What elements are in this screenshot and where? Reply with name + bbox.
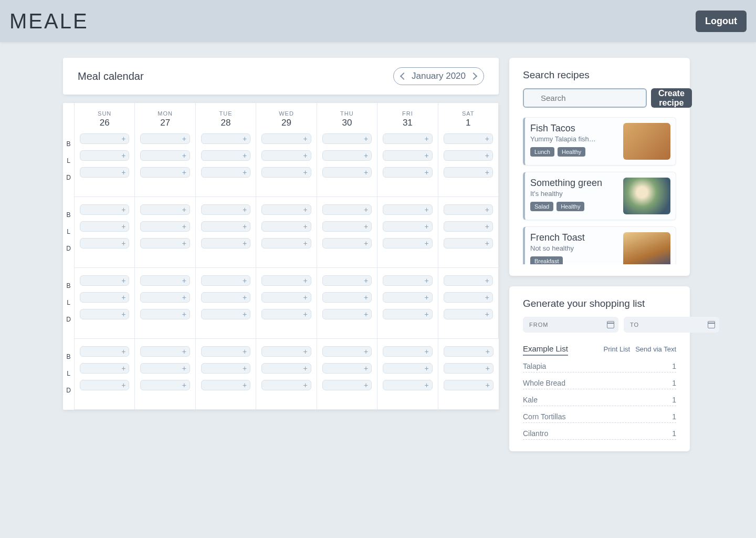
meal-slot[interactable]: +	[201, 292, 250, 303]
meal-slot[interactable]: +	[80, 363, 129, 374]
meal-slot[interactable]: +	[322, 133, 372, 144]
meal-slot[interactable]: +	[140, 275, 190, 286]
meal-slot[interactable]: +	[322, 363, 372, 374]
meal-slot[interactable]: +	[322, 380, 372, 390]
meal-slot[interactable]: +	[80, 238, 129, 249]
meal-slot[interactable]: +	[201, 275, 250, 286]
meal-slot[interactable]: +	[261, 309, 311, 319]
meal-slot[interactable]: +	[80, 346, 129, 357]
meal-slot[interactable]: +	[261, 275, 311, 286]
meal-slot[interactable]: +	[261, 238, 311, 249]
meal-slot[interactable]: +	[140, 238, 190, 249]
to-date-input[interactable]	[624, 317, 719, 333]
meal-slot[interactable]: +	[383, 150, 432, 161]
meal-slot[interactable]: +	[261, 204, 311, 215]
meal-slot[interactable]: +	[444, 363, 494, 374]
meal-slot[interactable]: +	[80, 150, 129, 161]
meal-slot[interactable]: +	[261, 363, 311, 374]
meal-slot[interactable]: +	[80, 167, 129, 178]
meal-slot[interactable]: +	[140, 309, 190, 319]
meal-slot[interactable]: +	[140, 204, 190, 215]
meal-slot[interactable]: +	[322, 309, 372, 319]
meal-slot[interactable]: +	[201, 380, 250, 390]
meal-slot[interactable]: +	[140, 292, 190, 303]
meal-slot[interactable]: +	[80, 380, 129, 390]
meal-slot[interactable]: +	[444, 221, 493, 232]
meal-slot[interactable]: +	[444, 380, 494, 390]
meal-slot[interactable]: +	[322, 167, 372, 178]
meal-slot[interactable]: +	[261, 346, 311, 357]
meal-slot[interactable]: +	[261, 150, 311, 161]
meal-slot[interactable]: +	[444, 133, 493, 144]
meal-slot[interactable]: +	[80, 221, 129, 232]
create-recipe-button[interactable]: Create recipe	[651, 88, 692, 108]
meal-slot[interactable]: +	[383, 363, 432, 374]
calendar-icon[interactable]	[708, 321, 715, 328]
meal-slot[interactable]: +	[383, 167, 432, 178]
meal-slot[interactable]: +	[383, 292, 432, 303]
recipe-card[interactable]: Fish TacosYummy Talapia fish…LunchHealth…	[523, 117, 676, 165]
meal-slot[interactable]: +	[444, 238, 493, 249]
meal-slot[interactable]: +	[322, 346, 372, 357]
meal-slot[interactable]: +	[383, 221, 432, 232]
meal-slot[interactable]: +	[383, 309, 432, 319]
meal-slot[interactable]: +	[322, 275, 372, 286]
meal-slot[interactable]: +	[80, 275, 129, 286]
chevron-right-icon[interactable]	[470, 73, 477, 80]
meal-slot[interactable]: +	[80, 292, 129, 303]
meal-slot[interactable]: +	[383, 133, 432, 144]
search-input[interactable]	[523, 88, 647, 108]
meal-slot[interactable]: +	[444, 275, 493, 286]
meal-slot[interactable]: +	[140, 380, 190, 390]
calendar-icon[interactable]	[607, 321, 614, 328]
meal-slot[interactable]: +	[444, 309, 493, 319]
meal-slot[interactable]: +	[140, 221, 190, 232]
meal-slot[interactable]: +	[261, 221, 311, 232]
recipe-card[interactable]: French ToastNot so healthyBreakfast	[523, 226, 676, 264]
meal-slot[interactable]: +	[383, 346, 432, 357]
meal-slot[interactable]: +	[322, 292, 372, 303]
meal-slot[interactable]: +	[261, 380, 311, 390]
meal-slot[interactable]: +	[140, 363, 190, 374]
meal-slot[interactable]: +	[444, 346, 494, 357]
meal-slot[interactable]: +	[80, 133, 129, 144]
meal-slot[interactable]: +	[140, 167, 190, 178]
meal-slot[interactable]: +	[140, 133, 190, 144]
print-list-link[interactable]: Print List	[604, 345, 631, 353]
meal-slot[interactable]: +	[80, 204, 129, 215]
logout-button[interactable]: Logout	[696, 11, 747, 32]
from-date-input[interactable]	[523, 317, 618, 333]
meal-slot[interactable]: +	[322, 221, 372, 232]
plus-icon: +	[424, 134, 428, 143]
meal-slot[interactable]: +	[322, 238, 372, 249]
meal-slot[interactable]: +	[444, 204, 493, 215]
meal-slot[interactable]: +	[201, 346, 250, 357]
meal-slot[interactable]: +	[201, 150, 250, 161]
meal-slot[interactable]: +	[201, 221, 250, 232]
meal-slot[interactable]: +	[383, 238, 432, 249]
meal-slot[interactable]: +	[201, 204, 250, 215]
meal-slot[interactable]: +	[383, 204, 432, 215]
meal-slot[interactable]: +	[444, 167, 493, 178]
send-via-text-link[interactable]: Send via Text	[635, 345, 676, 353]
meal-slot[interactable]: +	[383, 380, 432, 390]
recipe-card[interactable]: Something greenIt's healthySaladHealthy	[523, 172, 676, 220]
month-label[interactable]: January 2020	[412, 71, 466, 81]
meal-slot[interactable]: +	[322, 150, 372, 161]
meal-slot[interactable]: +	[140, 346, 190, 357]
meal-slot[interactable]: +	[140, 150, 190, 161]
meal-slot[interactable]: +	[383, 275, 432, 286]
meal-slot[interactable]: +	[261, 292, 311, 303]
meal-slot[interactable]: +	[80, 309, 129, 319]
meal-slot[interactable]: +	[201, 133, 250, 144]
chevron-left-icon[interactable]	[400, 73, 407, 80]
meal-slot[interactable]: +	[444, 150, 493, 161]
meal-slot[interactable]: +	[261, 133, 311, 144]
meal-slot[interactable]: +	[201, 309, 250, 319]
meal-slot[interactable]: +	[444, 292, 493, 303]
meal-slot[interactable]: +	[201, 167, 250, 178]
meal-slot[interactable]: +	[322, 204, 372, 215]
meal-slot[interactable]: +	[201, 238, 250, 249]
meal-slot[interactable]: +	[261, 167, 311, 178]
meal-slot[interactable]: +	[201, 363, 250, 374]
